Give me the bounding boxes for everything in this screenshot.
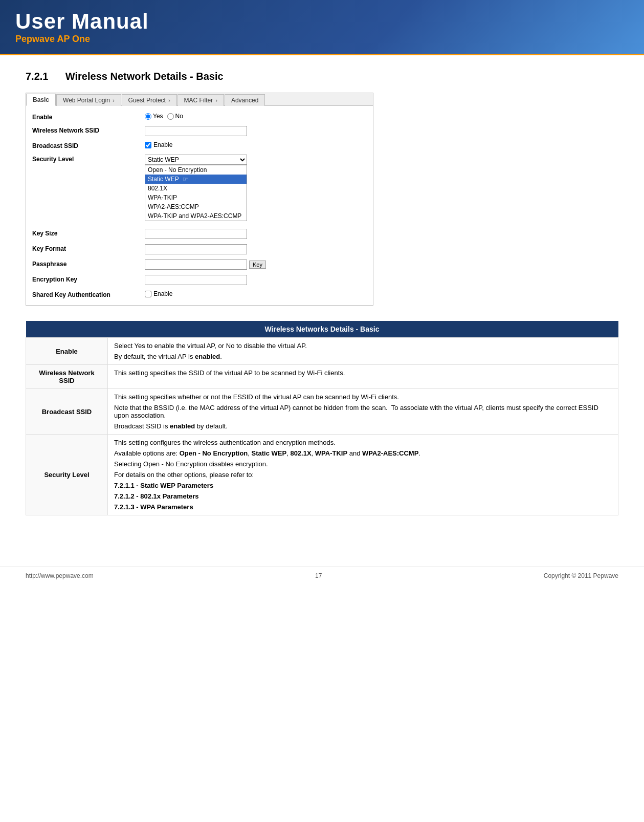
bold-broadcast-enabled: enabled — [170, 422, 195, 430]
tab-advanced[interactable]: Advanced — [225, 94, 265, 106]
security-level-select[interactable]: Static WEP — [145, 155, 247, 165]
label-shared-key: Shared Key Authentication — [32, 290, 145, 298]
form-row-passphrase: Passphrase Key — [32, 257, 367, 272]
desc-para-security-5: 7.2.1.1 - Static WEP Parameters — [114, 482, 612, 489]
tab-guest-protect[interactable]: Guest Protect › — [122, 94, 177, 106]
radio-no-label: No — [175, 113, 183, 120]
desc-para-enable-2: By default, the virtual AP is enabled. — [114, 353, 612, 360]
broadcast-ssid-checkbox-label: Enable — [153, 141, 172, 148]
key-button[interactable]: Key — [249, 261, 266, 269]
radio-yes-input[interactable] — [145, 113, 151, 120]
dropdown-option-wpa2-aes-ccmp[interactable]: WPA2-AES:CCMP — [145, 202, 247, 211]
bold-open-no-enc: Open - No Encryption — [180, 449, 248, 457]
bold-link-802-1x: 7.2.1.2 - 802.1x Parameters — [114, 492, 199, 500]
desc-field-broadcast-ssid: Broadcast SSID — [26, 389, 108, 435]
form-row-key-format: Key Format — [32, 242, 367, 257]
value-enable: Yes No — [145, 113, 367, 120]
form-row-key-size: Key Size — [32, 226, 367, 242]
encryption-key-input[interactable] — [145, 275, 247, 285]
broadcast-ssid-checkbox-group: Enable — [145, 141, 367, 148]
manual-title: User Manual — [15, 9, 629, 34]
key-size-input[interactable] — [145, 229, 247, 239]
form-row-encryption-key: Encryption Key — [32, 272, 367, 288]
desc-field-ssid: Wireless Network SSID — [26, 365, 108, 389]
ssid-input[interactable] — [145, 126, 247, 136]
page-footer: http://www.pepwave.com 17 Copyright © 20… — [0, 567, 644, 585]
dropdown-option-static-wep[interactable]: Static WEP ☞ — [145, 175, 247, 184]
label-encryption-key: Encryption Key — [32, 275, 145, 283]
manual-subtitle: Pepwave AP One — [15, 34, 629, 45]
bold-static-wep: Static WEP — [252, 449, 287, 457]
value-key-format — [145, 244, 367, 254]
form-row-broadcast-ssid: Broadcast SSID Enable — [32, 139, 367, 152]
desc-table-header: Wireless Networks Details - Basic — [26, 321, 618, 338]
value-security-level: Static WEP Open - No Encryption Static W… — [145, 155, 367, 165]
desc-content-broadcast-ssid: This setting specifies whether or not th… — [108, 389, 618, 435]
label-security-level: Security Level — [32, 155, 145, 163]
bold-802-1x: 802.1X — [290, 449, 311, 457]
section-title-container: 7.2.1 Wireless Network Details - Basic — [26, 71, 618, 82]
radio-no[interactable]: No — [167, 113, 183, 120]
value-shared-key: Enable — [145, 290, 367, 297]
desc-row-ssid: Wireless Network SSID This setting speci… — [26, 365, 618, 389]
enable-radio-group: Yes No — [145, 113, 367, 120]
radio-no-input[interactable] — [167, 113, 174, 120]
label-enable: Enable — [32, 113, 145, 121]
key-format-input[interactable] — [145, 244, 247, 254]
broadcast-ssid-checkbox[interactable] — [145, 142, 151, 148]
desc-content-ssid: This setting specifies the SSID of the v… — [108, 365, 618, 389]
desc-para-enable-1: Select Yes to enable the virtual AP, or … — [114, 342, 612, 350]
bold-wpa2-aes: WPA2-AES:CCMP — [362, 449, 418, 457]
description-table: Wireless Networks Details - Basic Enable… — [26, 321, 618, 515]
dropdown-option-open-no-enc[interactable]: Open - No Encryption — [145, 165, 247, 175]
value-ssid — [145, 126, 367, 136]
dropdown-option-wpa-tkip[interactable]: WPA-TKIP — [145, 193, 247, 202]
desc-para-security-3: Selecting Open - No Encryption disables … — [114, 460, 612, 468]
tab-mac-filter[interactable]: MAC Filter › — [177, 94, 224, 106]
desc-para-security-6: 7.2.1.2 - 802.1x Parameters — [114, 492, 612, 500]
radio-yes[interactable]: Yes — [145, 113, 163, 120]
desc-para-ssid-1: This setting specifies the SSID of the v… — [114, 369, 612, 377]
form-row-ssid: Wireless Network SSID — [32, 123, 367, 139]
tab-bar: Basic Web Portal Login › Guest Protect ›… — [26, 93, 373, 106]
desc-row-broadcast-ssid: Broadcast SSID This setting specifies wh… — [26, 389, 618, 435]
desc-para-security-1: This setting configures the wireless aut… — [114, 439, 612, 446]
page-header: User Manual Pepwave AP One — [0, 0, 644, 55]
desc-content-security-level: This setting configures the wireless aut… — [108, 435, 618, 515]
value-encryption-key — [145, 275, 367, 285]
label-key-size: Key Size — [32, 229, 145, 237]
desc-row-enable: Enable Select Yes to enable the virtual … — [26, 338, 618, 365]
tab-chevron-3: › — [216, 98, 217, 103]
tab-chevron: › — [113, 98, 114, 103]
label-broadcast-ssid: Broadcast SSID — [32, 141, 145, 149]
dropdown-option-wpa-tkip-wpa2[interactable]: WPA-TKIP and WPA2-AES:CCMP — [145, 211, 247, 221]
shared-key-checkbox-group: Enable — [145, 290, 367, 297]
bold-link-wpa: 7.2.1.3 - WPA Parameters — [114, 503, 193, 511]
form-body: Enable Yes No Wireless Network SSID — [26, 106, 373, 305]
form-panel: Basic Web Portal Login › Guest Protect ›… — [26, 93, 373, 306]
shared-key-checkbox-label: Enable — [153, 290, 172, 297]
bold-link-static-wep: 7.2.1.1 - Static WEP Parameters — [114, 482, 213, 489]
desc-para-security-7: 7.2.1.3 - WPA Parameters — [114, 503, 612, 511]
tab-basic[interactable]: Basic — [26, 94, 56, 106]
form-row-security-level: Security Level Static WEP Open - No Encr… — [32, 152, 367, 167]
bold-enabled: enabled — [195, 353, 220, 360]
desc-para-broadcast-1: This setting specifies whether or not th… — [114, 393, 612, 401]
tab-chevron-2: › — [168, 98, 170, 103]
value-passphrase: Key — [145, 259, 367, 270]
desc-para-security-2: Available options are: Open - No Encrypt… — [114, 449, 612, 457]
security-level-dropdown-container: Static WEP Open - No Encryption Static W… — [145, 155, 247, 165]
radio-yes-label: Yes — [153, 113, 163, 120]
passphrase-input[interactable] — [145, 259, 247, 270]
form-row-shared-key: Shared Key Authentication Enable — [32, 288, 367, 301]
desc-field-security-level: Security Level — [26, 435, 108, 515]
dropdown-option-802-1x[interactable]: 802.1X — [145, 184, 247, 193]
footer-url: http://www.pepwave.com — [26, 572, 94, 579]
shared-key-checkbox[interactable] — [145, 291, 151, 297]
desc-para-broadcast-3: Broadcast SSID is enabled by default. — [114, 422, 612, 430]
tab-web-portal-login[interactable]: Web Portal Login › — [56, 94, 121, 106]
select-wrapper: Static WEP — [145, 155, 247, 165]
desc-field-enable: Enable — [26, 338, 108, 365]
value-key-size — [145, 229, 367, 239]
label-ssid: Wireless Network SSID — [32, 126, 145, 134]
